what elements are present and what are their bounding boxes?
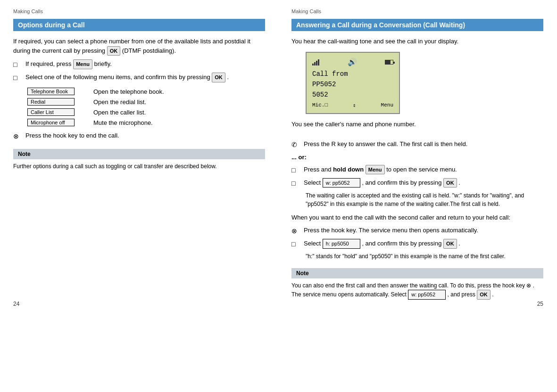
see-caller-text: You see the caller's name and phone numb… (291, 120, 543, 129)
speakerphone-icon: 🔊 (348, 57, 357, 67)
note-select-box: w: pp5052 (408, 290, 446, 300)
right-page-number: 25 (537, 301, 543, 307)
menu-row-caller: Caller List Open the caller list. (27, 108, 265, 116)
ok-btn-select2: OK (443, 239, 457, 249)
waiting-desc: The waiting caller is accepted and the e… (306, 191, 543, 208)
microphone-off-box: Microphone off (27, 119, 75, 126)
ok-button-inline1: OK (107, 46, 121, 56)
phone-bottom-mid: ⇕ (353, 102, 356, 108)
step-r-row: ✆ Press the R key to answer the call. Th… (291, 139, 543, 150)
microphone-off-desc: Mute the microphone. (93, 119, 265, 126)
w-pp5052-box: w: pp5052 (323, 178, 360, 188)
left-page-header: Making Calls (13, 8, 265, 14)
step1-text: If required, press Menu briefly. (25, 59, 112, 69)
hook-icon: ⊗ (13, 131, 25, 141)
step2-row: □ Select one of the following menu items… (13, 73, 265, 83)
phone-line2: PP5052 (312, 79, 393, 90)
step3-row: ⊗ Press the hook key to end the call. (13, 131, 265, 141)
phone-bottom-left: Mic.□ (312, 102, 328, 108)
checkbox-icon3: □ (291, 239, 304, 249)
caller-list-box: Caller List (27, 108, 75, 116)
menu-row-redial: Redial Open the redial list. (27, 98, 265, 106)
caller-list-label: Caller List (27, 108, 93, 116)
right-section-title: Answering a Call during a Conversation (… (291, 19, 543, 31)
step-select2-row: □ Select h: pp5050 , and confirm this by… (291, 239, 543, 249)
redial-box: Redial (27, 98, 75, 106)
ok-btn-step2: OK (212, 73, 225, 82)
ok-btn-select1: OK (443, 178, 457, 188)
menu-row-telephone: Telephone Book Open the telephone book. (27, 88, 265, 95)
h-pp5050-box: h: pp5050 (323, 239, 360, 249)
step2-text: Select one of the following menu items, … (25, 73, 229, 82)
phone-line3: 5052 (312, 90, 393, 100)
phone-display: 🔊 Call from PP5052 5052 Mic.□ ⇕ Menu (306, 52, 400, 114)
menu-btn-step1: Menu (73, 59, 92, 69)
signal-bars-icon (312, 59, 319, 65)
redial-label: Redial (27, 98, 93, 106)
hook-symbol: ⊗ (526, 282, 532, 289)
step-hook-text: Press the hook key. The service menu the… (304, 226, 478, 235)
step-r-text: Press the R key to answer the call. The … (304, 139, 467, 149)
step-select2-text: Select h: pp5050 , and confirm this by p… (304, 239, 460, 249)
microphone-off-label: Microphone off (27, 119, 93, 126)
hook-icon2: ⊗ (291, 226, 304, 236)
end-call-text: When you want to end the call with the s… (291, 213, 543, 222)
hold-down-bold: hold down (333, 166, 364, 173)
telephone-book-desc: Open the telephone book. (93, 88, 265, 95)
left-note-label: Note (13, 149, 265, 159)
ok-btn-note: OK (477, 290, 490, 300)
right-page: Making Calls Answering a Call during a C… (278, 0, 557, 316)
telephone-book-label: Telephone Book (27, 88, 93, 95)
checkbox-icon: □ (13, 73, 25, 83)
step-hold-row: □ Press and hold down Menu to open the s… (291, 165, 543, 175)
right-page-header: Making Calls (291, 8, 543, 14)
left-page-number: 24 (13, 301, 19, 307)
phone-bottom-right: Menu (381, 102, 393, 108)
or-text: ... or: (291, 153, 543, 162)
right-intro: You hear the call-waiting tone and see t… (291, 37, 543, 46)
dtmf-text: (DTMF postdialing). (122, 47, 176, 54)
left-note-text: Further options during a call such as to… (13, 162, 265, 171)
left-section-title: Options during a Call (13, 19, 265, 31)
document-icon: □ (13, 60, 25, 70)
right-note-label: Note (291, 268, 543, 278)
step-hold-text: Press and hold down Menu to open the ser… (304, 165, 457, 175)
handset-icon: ✆ (291, 140, 304, 150)
document-icon2: □ (291, 165, 304, 175)
phone-display-top: 🔊 (312, 57, 393, 67)
right-note-text: You can also end the first call and then… (291, 281, 543, 300)
caller-list-desc: Open the caller list. (93, 109, 265, 116)
step-hook-row: ⊗ Press the hook key. The service menu t… (291, 226, 543, 236)
telephone-book-box: Telephone Book (27, 88, 75, 95)
menu-options-table: Telephone Book Open the telephone book. … (27, 88, 265, 126)
step-select1-row: □ Select w: pp5052 , and confirm this by… (291, 178, 543, 188)
left-page: Making Calls Options during a Call If re… (0, 0, 278, 316)
menu-btn-hold: Menu (366, 166, 386, 173)
menu-row-microphone: Microphone off Mute the microphone. (27, 119, 265, 126)
redial-desc: Open the redial list. (93, 98, 265, 106)
step1-row: □ If required, press Menu briefly. (13, 59, 265, 70)
left-intro: If required, you can select a phone numb… (13, 37, 265, 56)
phone-display-text: Call from PP5052 5052 (312, 69, 393, 100)
phone-display-bottom: Mic.□ ⇕ Menu (312, 102, 393, 108)
h-desc: "h:" stands for "hold" and "pp5050" in t… (306, 252, 543, 261)
step-select1-text: Select w: pp5052 , and confirm this by p… (304, 178, 460, 188)
phone-line1: Call from (312, 69, 393, 79)
checkbox-icon2: □ (291, 179, 304, 188)
battery-icon (385, 60, 393, 65)
step3-text: Press the hook key to end the call. (25, 131, 119, 140)
